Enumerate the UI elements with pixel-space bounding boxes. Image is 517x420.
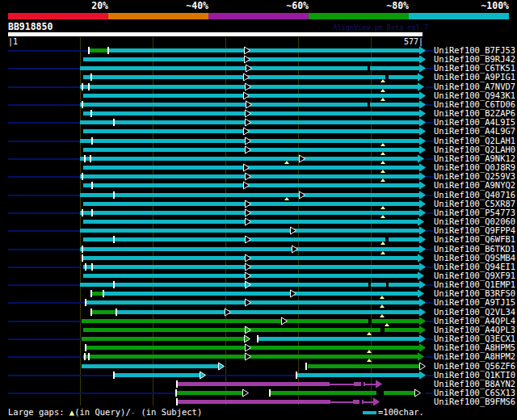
hit-bar[interactable]: [296, 373, 419, 377]
end-arrow-icon: [419, 127, 427, 136]
hit-bar[interactable]: [178, 382, 330, 386]
hit-label[interactable]: UniRef100_A9TJ15: [434, 298, 515, 307]
hit-bar-thin[interactable]: [365, 384, 376, 385]
hit-bar[interactable]: [353, 400, 364, 404]
end-arrow-icon: [373, 397, 380, 406]
gap-tick: [176, 380, 178, 388]
hit-label[interactable]: UniRef100_A9NYQ2: [434, 181, 515, 190]
gap-tick: [257, 335, 258, 342]
hit-bar[interactable]: [80, 157, 418, 161]
leader-line: [426, 122, 433, 124]
leader-line: [8, 104, 80, 106]
hit-bar[interactable]: [80, 247, 419, 251]
end-arrow-icon: [419, 118, 427, 127]
scale-label: ~60%: [252, 1, 309, 11]
hit-label[interactable]: UniRef100_A7NVD7: [434, 82, 515, 91]
leader-line: [8, 321, 82, 322]
leader-line: [426, 375, 433, 376]
end-arrow-icon: [419, 191, 427, 200]
hit-label[interactable]: UniRef100_B9FMS6: [434, 397, 515, 406]
hit-label[interactable]: UniRef100_A8HPM2: [434, 352, 515, 361]
mid-arrow-icon: [245, 352, 252, 361]
hit-bar[interactable]: [113, 373, 200, 377]
gap-tick: [82, 246, 83, 253]
mid-arrow-icon: [245, 82, 252, 91]
mid-arrow-icon: [245, 208, 252, 217]
hit-bar[interactable]: [103, 292, 418, 296]
legend-subject-text: (in Subject): [136, 407, 202, 417]
gap-tick: [113, 236, 115, 243]
hit-bar[interactable]: [82, 364, 219, 368]
hit-bar[interactable]: [308, 364, 419, 368]
hit-bar-thin[interactable]: [330, 384, 354, 385]
alignment-row: UniRef100_A9NYQ2: [0, 181, 517, 190]
hit-bar[interactable]: [83, 94, 419, 98]
hit-bar[interactable]: [89, 48, 107, 52]
gap-tick: [91, 209, 93, 216]
hit-bar-thin[interactable]: [364, 401, 373, 403]
hit-label[interactable]: UniRef100_Q2LAH1: [434, 136, 515, 145]
alignment-row: UniRef100_A7NVD7: [0, 82, 517, 91]
leader-line: [8, 230, 80, 232]
hit-bar[interactable]: [80, 193, 419, 197]
alignment-row: UniRef100_Q6WFB1: [0, 235, 517, 244]
hit-bar[interactable]: [83, 57, 419, 61]
end-arrow-icon: [419, 208, 427, 217]
hit-bar[interactable]: [80, 229, 419, 233]
hit-bar-thin[interactable]: [330, 401, 353, 403]
mid-arrow-icon: [292, 245, 299, 254]
hit-label[interactable]: UniRef100_A4L9G7: [434, 127, 515, 136]
gap-tick: [82, 173, 83, 180]
end-arrow-icon: [419, 298, 427, 307]
mid-arrow-icon: [245, 343, 252, 352]
leader-line: [426, 104, 433, 106]
hit-bar[interactable]: [271, 391, 414, 395]
hit-bar[interactable]: [116, 310, 419, 314]
gap-tick: [85, 263, 86, 271]
mid-arrow-icon: [243, 91, 250, 100]
hit-bar[interactable]: [178, 400, 330, 404]
gap-tick: [90, 309, 92, 316]
scale-label: 20%: [52, 1, 108, 11]
leader-line: [8, 284, 80, 286]
subject-gap-dash: [368, 283, 371, 287]
hit-bar[interactable]: [91, 310, 116, 314]
gap-tick: [175, 389, 177, 397]
gap-tick: [113, 372, 115, 379]
leader-line: [8, 122, 80, 124]
hit-label[interactable]: UniRef100_A9PIG1: [434, 73, 515, 82]
hit-label[interactable]: UniRef100_Q6WFB1: [434, 235, 515, 244]
mid-arrow-icon: [246, 100, 253, 109]
hit-bar[interactable]: [175, 391, 243, 395]
hit-label[interactable]: UniRef100_B6TKD1: [434, 245, 515, 254]
end-arrow-icon: [418, 154, 425, 163]
hit-label[interactable]: UniRef100_Q56ZF6: [434, 362, 515, 371]
leader-line: [8, 267, 83, 268]
end-arrow-icon: [418, 289, 425, 298]
hit-bar[interactable]: [257, 337, 419, 341]
end-arrow-icon: [418, 82, 425, 91]
scale-label: ~100%: [452, 1, 509, 11]
similarity-scale-bar: [8, 13, 509, 19]
mid-arrow-icon: [245, 172, 252, 181]
hit-bar[interactable]: [107, 48, 419, 52]
hit-bar[interactable]: [85, 300, 419, 304]
gap-tick: [90, 74, 92, 81]
gap-tick: [113, 281, 115, 288]
mid-arrow-icon: [245, 109, 252, 118]
hit-bar[interactable]: [82, 337, 245, 341]
leader-line: [8, 212, 80, 214]
hit-bar[interactable]: [83, 75, 418, 79]
hit-label[interactable]: UniRef100_Q2VL34: [434, 308, 515, 317]
mid-arrow-icon: [245, 118, 252, 127]
hit-bar[interactable]: [91, 292, 103, 296]
mid-arrow-icon: [245, 271, 252, 280]
gap-tick: [85, 299, 86, 306]
hit-bar[interactable]: [83, 129, 419, 133]
end-arrow-icon: [419, 334, 427, 343]
hit-bar[interactable]: [83, 166, 419, 170]
mid-arrow-icon: [245, 217, 252, 226]
hit-bar[interactable]: [83, 183, 419, 187]
hit-label[interactable]: UniRef100_Q40716: [434, 191, 515, 200]
alignment-row: UniRef100_B6TKD1: [0, 245, 517, 254]
